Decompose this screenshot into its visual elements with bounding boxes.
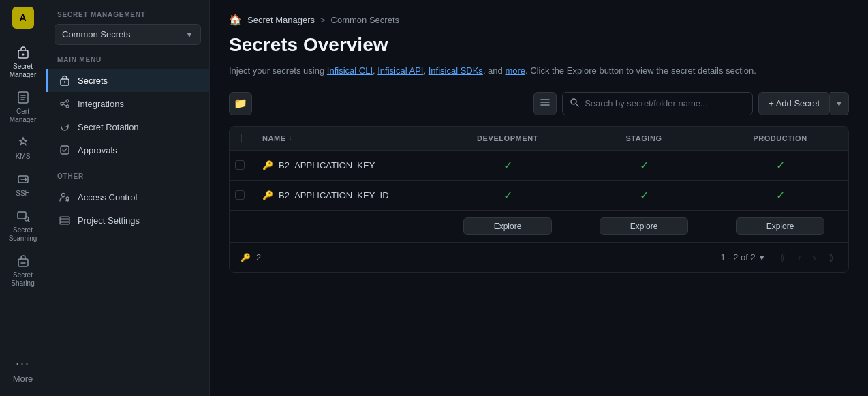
sidebar-item-secret-manager[interactable]: Secret Manager [0,40,46,85]
td-staging-2: ✓ [576,181,712,210]
td-staging-1: ✓ [576,151,712,180]
search-icon [570,97,579,109]
more-button[interactable]: ··· More [0,351,46,389]
svg-point-14 [66,100,69,102]
footer-count: 2 [256,252,261,262]
svg-rect-23 [60,217,69,219]
breadcrumb: 🏠 Secret Managers > Common Secrets [229,14,849,26]
td-dev-1: ✓ [439,151,576,180]
explore-row: Explore Explore Explore [230,211,848,243]
th-staging: Staging [576,127,712,150]
cert-manager-label: Cert Manager [4,108,42,124]
th-production-label: Production [753,134,807,142]
svg-line-16 [63,102,66,103]
sidebar-dropdown-label: Common Secrets [62,29,130,40]
sidebar-item-ssh[interactable]: SSH [0,166,46,203]
check-dev-1: ✓ [503,159,512,172]
svg-rect-24 [60,219,69,222]
td-checkbox-1[interactable] [230,151,251,180]
approvals-icon [59,144,71,156]
pagination-info: 1 - 2 of 2 ▼ [720,252,765,262]
folder-button[interactable]: 📁 [229,92,252,115]
pagination-next-button[interactable]: › [809,250,820,265]
more-dots-icon: ··· [16,356,30,371]
secret-manager-icon [16,45,31,60]
sidebar-item-integrations[interactable]: Integrations [46,92,209,115]
svg-line-30 [576,104,579,107]
more-label: More [13,374,33,384]
secret-sharing-label: Secret Sharing [4,271,42,288]
avatar[interactable]: A [12,7,34,29]
secret-manager-label: Secret Manager [4,63,42,79]
breadcrumb-current: Common Secrets [331,15,399,25]
td-checkbox-2[interactable] [230,181,251,210]
svg-point-19 [62,194,65,197]
page-description: Inject your secrets using Infisical CLI,… [229,64,849,78]
page-title: Secrets Overview [229,34,849,56]
more-link[interactable]: more [505,65,525,76]
search-input[interactable] [585,98,745,108]
sidebar-item-kms[interactable]: KMS [0,130,46,166]
infisical-cli-link[interactable]: Infisical CLI [327,65,373,76]
folder-icon: 📁 [234,97,247,110]
infisical-sdks-link[interactable]: Infisical SDKs [429,65,483,76]
th-development-label: Development [477,134,538,142]
secrets-icon [59,74,71,87]
th-development: Development [439,127,576,150]
sidebar-item-secrets[interactable]: Secrets [46,69,209,92]
sidebar-item-approvals[interactable]: Approvals [46,138,209,162]
add-secret-button[interactable]: + Add Secret [758,92,830,115]
integrations-icon [59,97,71,110]
add-secret-dropdown-button[interactable]: ▼ [830,92,849,115]
pagination-text: 1 - 2 of 2 [720,252,755,262]
ssh-label: SSH [16,189,30,198]
access-control-label: Access Control [78,192,137,202]
svg-rect-25 [60,222,69,224]
sidebar-item-project-settings[interactable]: Project Settings [46,209,209,232]
svg-rect-18 [61,146,69,154]
key-icon-2: 🔑 [262,190,273,200]
check-prod-2: ✓ [776,189,785,202]
access-control-icon [59,191,71,203]
infisical-api-link[interactable]: Infisical API [377,65,423,76]
sort-icon: ↓ [289,134,293,142]
list-icon [540,97,551,110]
project-settings-icon [59,214,71,226]
th-staging-label: Staging [625,134,662,142]
sidebar-item-cert-manager[interactable]: Cert Manager [0,85,46,130]
select-all-checkbox[interactable] [241,134,242,143]
breadcrumb-link[interactable]: Secret Managers [247,15,315,25]
pagination-last-button[interactable]: ⟫ [825,250,837,265]
explore-prod-button[interactable]: Explore [736,217,824,235]
row-2-checkbox[interactable] [235,190,245,200]
sidebar-item-access-control[interactable]: Access Control [46,185,209,209]
secret-rotation-icon [59,121,71,133]
kms-label: KMS [16,153,31,161]
table-row: 🔑 B2_APPLICATION_KEY_ID ✓ ✓ ✓ [230,181,848,211]
table-row: 🔑 B2_APPLICATION_KEY ✓ ✓ ✓ [230,151,848,181]
dropdown-arrow-icon: ▼ [185,30,193,40]
svg-point-12 [64,81,65,82]
svg-point-15 [66,105,69,108]
list-view-button[interactable] [533,92,557,115]
sidebar-dropdown[interactable]: Common Secrets ▼ [55,24,201,45]
explore-dev-button[interactable]: Explore [463,217,552,235]
chevron-down-small-icon[interactable]: ▼ [758,254,766,262]
secret-sharing-icon [16,254,31,269]
check-staging-2: ✓ [640,189,649,202]
search-box[interactable] [562,92,753,115]
sidebar-item-secret-scanning[interactable]: Secret Scanning [0,203,46,248]
row-1-checkbox[interactable] [235,160,245,170]
secret-name-1: B2_APPLICATION_KEY [279,160,375,170]
secrets-table: NAME ↓ Development Staging Production [229,126,849,273]
secret-scanning-label: Secret Scanning [4,226,42,243]
sidebar-item-secret-sharing[interactable]: Secret Sharing [0,248,46,293]
pagination-prev-button[interactable]: ‹ [794,250,805,265]
explore-staging-button[interactable]: Explore [600,217,688,235]
td-dev-2: ✓ [439,181,576,210]
th-name[interactable]: NAME ↓ [251,127,439,150]
sidebar-item-secret-rotation[interactable]: Secret Rotation [46,115,209,138]
integrations-label: Integrations [78,99,124,109]
pagination-first-button[interactable]: ⟪ [777,250,789,265]
secrets-label: Secrets [78,76,108,86]
